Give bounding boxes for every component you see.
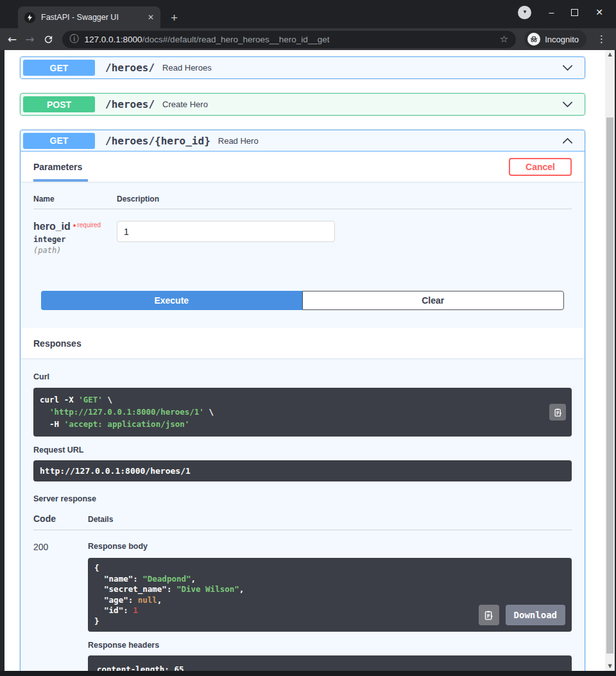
opblock-read-hero: GET /heroes/{hero_id} Read Hero Paramete… — [20, 130, 585, 671]
response-body-label: Response body — [88, 542, 572, 551]
scroll-down-icon[interactable]: ▼ — [605, 662, 615, 671]
tab-parameters[interactable]: Parameters — [33, 162, 82, 172]
reload-button[interactable] — [43, 34, 54, 45]
param-value-cell — [117, 209, 572, 255]
server-response-label: Server response — [33, 494, 572, 503]
tab-close-icon[interactable]: ✕ — [148, 13, 154, 22]
window-edge — [0, 50, 4, 676]
page-scrollbar[interactable]: ▲ ▼ — [605, 50, 615, 671]
description-column-header: Description — [117, 195, 572, 209]
incognito-badge: Incognito — [524, 30, 586, 48]
swagger-page: GET /heroes/ Read Heroes POST /heroes/ C… — [4, 50, 605, 671]
execute-bar: Execute Clear — [41, 291, 564, 310]
page-info-icon[interactable]: ⓘ — [70, 33, 79, 45]
download-button[interactable]: Download — [506, 605, 565, 625]
scrollbar-thumb[interactable] — [606, 117, 613, 654]
response-details-cell: Response body { "name": "Deadpond", "sec… — [88, 542, 572, 671]
curl-command: curl -X 'GET' \ 'http://127.0.0.1:8000/h… — [40, 394, 541, 430]
method-badge-get: GET — [23, 60, 95, 76]
url-bar[interactable]: ⓘ 127.0.0.1:8000/docs#/default/read_hero… — [62, 31, 517, 48]
opblock-read-heroes: GET /heroes/ Read Heroes — [20, 56, 585, 79]
minimize-button[interactable]: – — [549, 8, 554, 17]
new-tab-button[interactable]: + — [171, 12, 178, 24]
back-button[interactable]: ← — [8, 34, 17, 45]
chevron-down-icon[interactable] — [561, 61, 574, 74]
response-headers-label: Response headers — [88, 641, 572, 650]
op-summary-text: Read Heroes — [162, 63, 212, 73]
scroll-up-icon[interactable]: ▲ — [605, 50, 615, 59]
details-column-header: Details — [88, 515, 572, 524]
url-host: 127.0.0.1:8000 — [85, 35, 142, 44]
status-code: 200 — [33, 542, 88, 671]
param-name-cell: hero_id *required integer (path) — [33, 209, 117, 255]
fastapi-logo-icon — [24, 12, 35, 23]
browser-menu-icon[interactable]: ⋮ — [595, 33, 608, 45]
response-headers-block: content-length: 65 content-type: applica… — [88, 655, 572, 671]
method-badge-get: GET — [23, 133, 95, 149]
parameters-header: Parameters Cancel — [21, 152, 585, 182]
response-table-header: Code Details — [33, 514, 572, 530]
tab-title: FastAPI - Swagger UI — [41, 13, 142, 22]
opblock-summary-create-hero[interactable]: POST /heroes/ Create Hero — [21, 94, 585, 115]
parameters-section: Name Description hero_id *required integ… — [21, 182, 585, 291]
response-actions: Download — [479, 605, 565, 625]
op-summary-text: Create Hero — [162, 100, 208, 109]
hero-id-input[interactable] — [117, 221, 335, 242]
required-label: required — [77, 221, 101, 229]
chevron-up-icon[interactable] — [561, 134, 574, 148]
url-path: /docs#/default/read_hero_heroes__hero_id… — [142, 35, 330, 44]
name-column-header: Name — [33, 195, 117, 209]
incognito-label: Incognito — [545, 35, 579, 44]
copy-to-clipboard-button[interactable] — [549, 404, 566, 420]
opblock-summary-read-hero[interactable]: GET /heroes/{hero_id} Read Hero — [21, 130, 585, 152]
browser-tab[interactable]: FastAPI - Swagger UI ✕ — [18, 6, 160, 28]
param-location: (path) — [33, 246, 117, 255]
op-summary-text: Read Hero — [218, 136, 259, 146]
op-path: /heroes/ — [105, 62, 155, 74]
execute-button[interactable]: Execute — [41, 291, 302, 310]
response-header-line: content-length: 65 — [97, 664, 563, 671]
window-controls: ▼ – ✕ — [518, 6, 616, 19]
cancel-button[interactable]: Cancel — [509, 158, 572, 176]
maximize-button[interactable] — [571, 9, 578, 16]
window-close-button[interactable]: ✕ — [595, 8, 603, 17]
op-path: /heroes/{hero_id} — [105, 135, 210, 147]
bookmark-star-icon[interactable]: ☆ — [500, 33, 508, 45]
curl-label: Curl — [33, 372, 572, 381]
request-url-block: http://127.0.0.1:8000/heroes/1 — [33, 460, 572, 481]
op-path: /heroes/ — [105, 98, 155, 110]
curl-command-block: curl -X 'GET' \ 'http://127.0.0.1:8000/h… — [33, 388, 572, 437]
browser-notice-icon[interactable]: ▼ — [518, 6, 531, 19]
tab-strip: FastAPI - Swagger UI ✕ + ▼ – ✕ — [0, 0, 616, 28]
param-type: integer — [33, 235, 117, 244]
response-row: 200 Response body { "name": "Deadpond", … — [33, 530, 572, 671]
request-url-value: http://127.0.0.1:8000/heroes/1 — [40, 466, 191, 476]
chevron-down-icon[interactable] — [561, 98, 574, 111]
copy-to-clipboard-button[interactable] — [479, 605, 499, 625]
url-text: 127.0.0.1:8000/docs#/default/read_hero_h… — [85, 35, 330, 44]
param-name: hero_id — [33, 221, 71, 232]
browser-toolbar: ← → ⓘ 127.0.0.1:8000/docs#/default/read_… — [0, 28, 616, 50]
code-column-header: Code — [33, 514, 88, 524]
opblock-summary-read-heroes[interactable]: GET /heroes/ Read Heroes — [21, 57, 585, 78]
clear-button[interactable]: Clear — [302, 291, 565, 310]
request-url-label: Request URL — [33, 446, 572, 455]
method-badge-post: POST — [23, 96, 95, 112]
opblock-create-hero: POST /heroes/ Create Hero — [20, 93, 585, 116]
forward-button[interactable]: → — [25, 34, 34, 45]
required-star: * — [71, 222, 76, 232]
incognito-icon — [527, 33, 540, 46]
responses-title: Responses — [33, 338, 81, 349]
browser-chrome: FastAPI - Swagger UI ✕ + ▼ – ✕ ← → ⓘ 127… — [0, 0, 616, 50]
active-tab-underline — [33, 179, 88, 182]
window-edge — [0, 671, 616, 676]
responses-header: Responses — [21, 328, 585, 358]
responses-body: Curl curl -X 'GET' \ 'http://127.0.0.1:8… — [21, 358, 585, 671]
response-body-block: { "name": "Deadpond", "secret_name": "Di… — [88, 558, 572, 632]
